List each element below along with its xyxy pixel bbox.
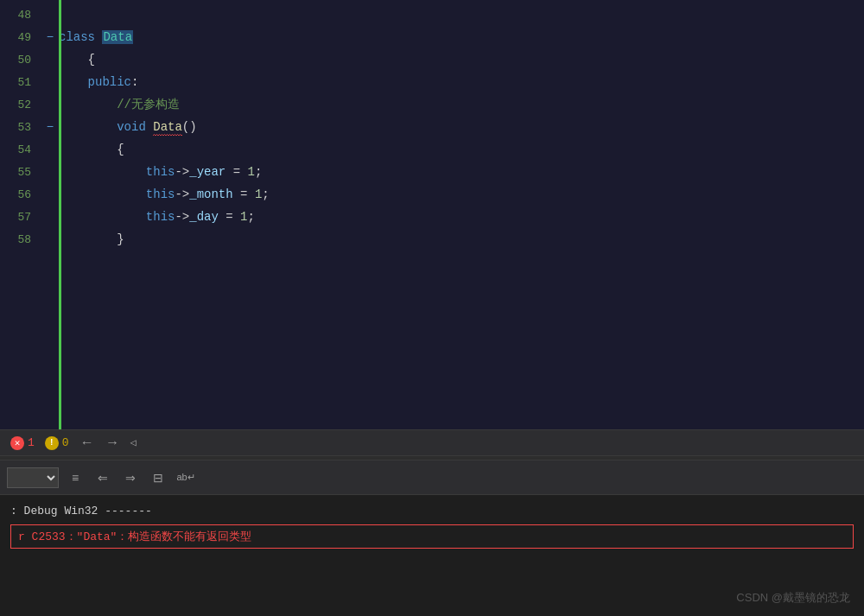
code-line: 53− void Data() (0, 116, 864, 138)
format-dropdown[interactable] (7, 467, 59, 488)
code-content: this->_day = 1; (59, 206, 864, 228)
next-error-button[interactable]: → (105, 434, 120, 453)
code-line: 54 { (0, 138, 864, 161)
line-number: 53 (0, 121, 41, 134)
code-content: } (59, 228, 864, 251)
code-content: public: (59, 71, 864, 93)
code-lines: 4849−class Data50 {51 public:52 //无参构造53… (0, 0, 864, 429)
collapse-indicator[interactable]: − (41, 30, 59, 44)
bottom-section: ≡ ⇐ ⇒ ⊟ ab↵ : Debug Win32 ------- r C253… (0, 460, 864, 616)
line-number: 56 (0, 188, 41, 201)
line-number: 51 (0, 76, 41, 89)
toolbar-btn-1[interactable]: ≡ (64, 467, 86, 489)
console-area: : Debug Win32 ------- r C2533："Data"：构造函… (0, 495, 864, 616)
prev-error-button[interactable]: ← (79, 434, 95, 453)
code-content: { (59, 48, 864, 71)
code-content: { (59, 138, 864, 161)
error-icon: ✕ (10, 436, 24, 450)
line-number: 52 (0, 98, 41, 111)
editor-container: 4849−class Data50 {51 public:52 //无参构造53… (0, 0, 864, 616)
error-count: 1 (28, 436, 35, 449)
toolbar: ≡ ⇐ ⇒ ⊟ ab↵ (0, 460, 864, 495)
code-content: this->_month = 1; (59, 183, 864, 206)
toolbar-btn-comment[interactable]: ⊟ (147, 467, 169, 489)
code-line: 48 (0, 3, 864, 26)
code-content: void Data() (59, 116, 864, 138)
code-content: class Data (59, 26, 864, 48)
console-error-line: r C2533："Data"：构造函数不能有返回类型 (10, 524, 854, 549)
code-content: this->_year = 1; (59, 161, 864, 183)
warning-count: 0 (62, 436, 69, 449)
scroll-indicator: ◁ (130, 436, 137, 449)
warning-badge[interactable]: ! 0 (45, 436, 69, 450)
code-line: 57 this->_day = 1; (0, 206, 864, 228)
line-number: 49 (0, 31, 41, 44)
line-number: 57 (0, 211, 41, 224)
code-line: 52 //无参构造 (0, 93, 864, 116)
code-line: 58 } (0, 228, 864, 251)
line-number: 55 (0, 166, 41, 179)
toolbar-btn-word-wrap[interactable]: ab↵ (175, 467, 197, 489)
status-bar: ✕ 1 ! 0 ← → ◁ (0, 429, 864, 455)
toolbar-btn-indent-right[interactable]: ⇒ (119, 467, 142, 489)
line-number: 48 (0, 9, 41, 22)
collapse-indicator[interactable]: − (41, 120, 59, 134)
code-line: 50 { (0, 48, 864, 71)
warning-icon: ! (45, 436, 59, 450)
code-line: 55 this->_year = 1; (0, 161, 864, 183)
code-area: 4849−class Data50 {51 public:52 //无参构造53… (0, 0, 864, 429)
code-line: 51 public: (0, 71, 864, 93)
line-number: 58 (0, 233, 41, 246)
code-line: 56 this->_month = 1; (0, 183, 864, 206)
code-content: //无参构造 (59, 93, 864, 116)
error-badge[interactable]: ✕ 1 (10, 436, 35, 450)
code-line: 49−class Data (0, 26, 864, 48)
line-number: 50 (0, 54, 41, 67)
console-config-line: : Debug Win32 ------- (10, 502, 854, 521)
line-number: 54 (0, 143, 41, 156)
green-bar (59, 0, 61, 429)
toolbar-btn-indent-left[interactable]: ⇐ (92, 467, 114, 489)
watermark: CSDN @戴墨镜的恐龙 (736, 590, 850, 606)
